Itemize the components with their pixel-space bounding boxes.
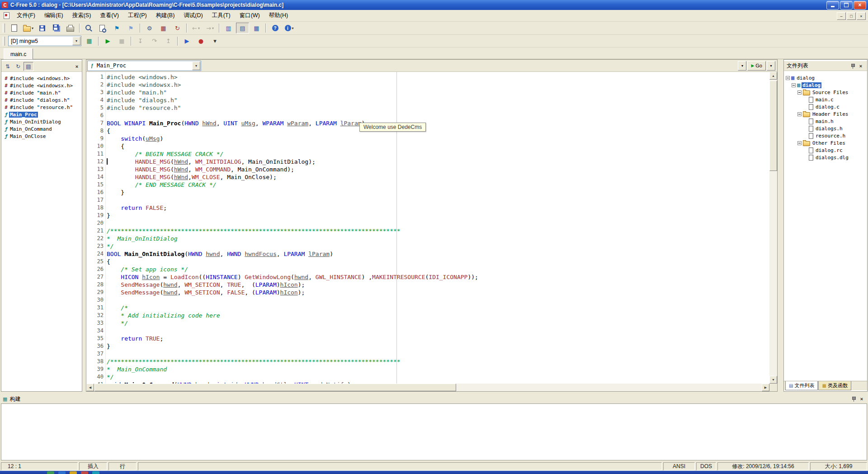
toggle-breakpoint-button[interactable]: ● [194, 36, 208, 47]
tab-main.c[interactable]: main.c [4, 48, 33, 59]
symbol-item[interactable]: ƒMain_OnCommand [1, 125, 82, 133]
find-in-files-button[interactable] [96, 23, 109, 33]
symbol-item[interactable]: ƒMain_OnClose [1, 133, 82, 140]
tree-item[interactable]: dialog.c [784, 103, 867, 110]
symbols-close-button[interactable]: × [73, 63, 80, 70]
menu-item[interactable]: 调试(D) [179, 10, 207, 21]
find-button[interactable] [82, 23, 95, 33]
close-button[interactable]: × [854, 1, 866, 9]
function-combo[interactable]: ƒ Main_Proc ▾ [87, 61, 201, 71]
new-file-button[interactable] [8, 23, 21, 33]
toggle-bookmark-button[interactable]: ⚑ [110, 23, 123, 33]
save-button[interactable] [36, 23, 49, 33]
symbol-item[interactable]: ##include <windowsx.h> [1, 82, 82, 89]
step-into-button[interactable]: ↧ [134, 36, 147, 47]
build-config-combo[interactable]: [D] mingw5▾ [8, 36, 81, 46]
mdi-child-icon[interactable] [4, 12, 9, 19]
toggle-symbols-panel-button[interactable]: ▥ [222, 23, 235, 33]
menu-item[interactable]: 文件(F) [12, 10, 40, 21]
tree-item[interactable]: dialog.rc [784, 147, 867, 154]
taskbar-icon[interactable] [81, 471, 88, 474]
run-button[interactable]: ▶ [101, 36, 114, 47]
expander-icon[interactable] [786, 76, 790, 80]
panel-tab-files[interactable]: ▤文件列表 [785, 381, 818, 390]
toggle-output-panel-button[interactable]: ▦ [250, 23, 263, 33]
symbol-item[interactable]: ƒMain_OnInitDialog [1, 118, 82, 125]
scroll-left-icon[interactable]: ◀ [86, 384, 94, 391]
symbol-item[interactable]: ƒMain_Proc [1, 111, 82, 118]
expander-icon[interactable] [797, 141, 802, 145]
symbols-view-button[interactable]: ▤ [24, 62, 33, 71]
step-out-button[interactable]: ↥ [162, 36, 175, 47]
vertical-scrollbar[interactable]: ▲ ▼ [769, 72, 777, 384]
tree-item[interactable]: ▦dialog [784, 74, 867, 81]
menu-item[interactable]: 构建(B) [151, 10, 179, 21]
symbol-dropdown-button[interactable]: ▾ [738, 61, 746, 71]
build-button[interactable]: ▦ [157, 23, 170, 33]
project-file-tree[interactable]: ▦dialog▦dialogSource Filesmain.cdialog.c… [784, 72, 867, 380]
step-over-button[interactable]: ↷ [148, 36, 161, 47]
symbols-sort-button[interactable]: ⇅ [3, 62, 13, 71]
save-all-button[interactable] [50, 23, 63, 33]
chevron-down-icon[interactable]: ▾ [72, 37, 80, 45]
file-panel-close-button[interactable]: × [857, 62, 864, 69]
pin-icon[interactable] [851, 63, 855, 69]
symbol-item[interactable]: ##include <windows.h> [1, 75, 82, 82]
maximize-button[interactable] [840, 1, 853, 9]
about-button[interactable]: i▾ [283, 23, 296, 33]
panel-tab-classes[interactable]: ▦类及函数 [818, 381, 851, 390]
tree-item[interactable]: main.c [784, 96, 867, 103]
windows-taskbar[interactable] [0, 471, 868, 474]
menu-item[interactable]: 工具(T) [208, 10, 235, 21]
right-splitter[interactable] [778, 59, 783, 392]
next-bookmark-button[interactable]: ⚑ [124, 23, 137, 33]
tree-item[interactable]: ▦dialog [784, 81, 867, 89]
symbols-refresh-button[interactable]: ↻ [13, 62, 23, 71]
go-menu-button[interactable]: ▾ [767, 61, 775, 71]
nav-forward-button[interactable]: →▾ [203, 23, 217, 33]
go-button[interactable]: ▶ Go [747, 61, 766, 71]
expander-icon[interactable] [797, 112, 802, 116]
compile-button[interactable]: ⚙ [143, 23, 156, 33]
horizontal-scroll-thumb[interactable] [94, 384, 456, 391]
taskbar-icon[interactable] [92, 471, 99, 474]
pin-icon[interactable] [852, 396, 856, 402]
tools-menu-button[interactable]: ▾ [208, 36, 222, 47]
left-splitter[interactable] [82, 59, 86, 392]
toggle-files-panel-button[interactable]: ▤ [236, 23, 249, 33]
vertical-scroll-thumb[interactable] [769, 81, 777, 171]
menu-item[interactable]: 搜索(S) [68, 10, 96, 21]
expander-icon[interactable] [792, 83, 796, 87]
tree-item[interactable]: Header Files [784, 110, 867, 118]
tree-item[interactable]: main.h [784, 118, 867, 125]
taskbar-icon[interactable] [58, 471, 66, 474]
menu-item[interactable]: 查看(V) [95, 10, 123, 21]
build-output[interactable] [1, 403, 867, 460]
scroll-right-icon[interactable]: ▶ [762, 384, 769, 391]
menu-item[interactable]: 工程(P) [123, 10, 151, 21]
mdi-close-button[interactable]: × [857, 12, 866, 20]
build-panel-close-button[interactable]: × [858, 396, 865, 403]
taskbar-icon[interactable] [47, 471, 54, 474]
tree-item[interactable]: Source Files [784, 89, 867, 96]
scroll-up-icon[interactable]: ▲ [769, 72, 777, 80]
minimize-button[interactable] [826, 1, 839, 9]
taskbar-icon[interactable] [70, 471, 77, 474]
tree-item[interactable]: Other Files [784, 139, 867, 147]
menu-item[interactable]: 帮助(H) [264, 10, 292, 21]
mdi-minimize-button[interactable]: – [837, 12, 846, 20]
tree-item[interactable]: dialogs.h [784, 125, 867, 132]
open-file-button[interactable]: ▾ [22, 23, 35, 33]
tree-item[interactable]: resource.h [784, 132, 867, 139]
rebuild-all-button[interactable]: ↻ [171, 23, 184, 33]
horizontal-scrollbar[interactable]: ◀ ▶ [86, 384, 769, 391]
tree-item[interactable]: dialogs.dlg [784, 154, 867, 161]
menu-item[interactable]: 编辑(E) [40, 10, 68, 21]
print-button[interactable] [64, 23, 77, 33]
set-build-config-button[interactable]: ▦ [83, 36, 96, 47]
nav-back-button[interactable]: ←▾ [189, 23, 203, 33]
chevron-down-icon[interactable]: ▾ [192, 62, 200, 70]
scroll-down-icon[interactable]: ▼ [769, 376, 777, 384]
mdi-restore-button[interactable]: □ [847, 12, 856, 20]
menu-item[interactable]: 窗口(W) [235, 10, 264, 21]
